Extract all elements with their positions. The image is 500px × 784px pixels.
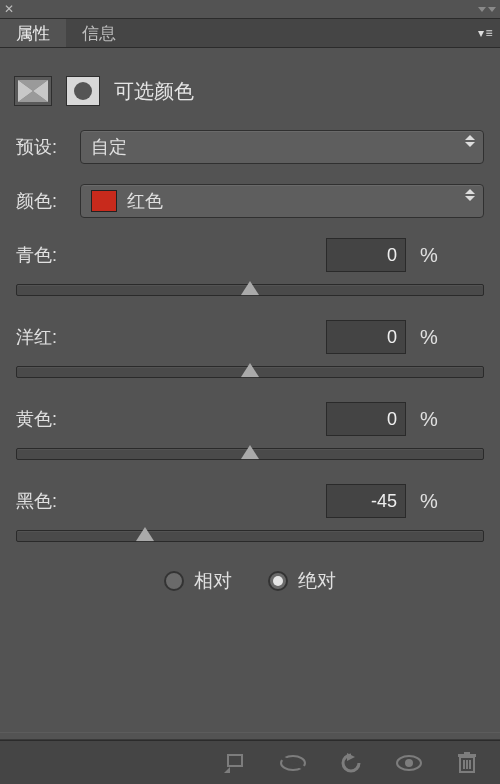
percent-symbol: % bbox=[420, 490, 438, 513]
color-select[interactable]: 红色 bbox=[80, 184, 484, 218]
radio-icon bbox=[164, 571, 184, 591]
percent-symbol: % bbox=[420, 244, 438, 267]
radio-icon bbox=[268, 571, 288, 591]
color-swatch bbox=[91, 190, 117, 212]
tab-info[interactable]: 信息 bbox=[66, 19, 132, 47]
method-absolute-label: 绝对 bbox=[298, 568, 336, 594]
black-label: 黑色: bbox=[16, 489, 326, 513]
adjustment-title: 可选颜色 bbox=[114, 78, 194, 105]
svg-marker-5 bbox=[224, 767, 230, 773]
reset-icon[interactable] bbox=[336, 749, 366, 777]
view-previous-icon[interactable] bbox=[278, 749, 308, 777]
yellow-input[interactable] bbox=[326, 402, 406, 436]
black-input[interactable] bbox=[326, 484, 406, 518]
visibility-icon[interactable] bbox=[394, 749, 424, 777]
method-relative-radio[interactable]: 相对 bbox=[164, 568, 232, 594]
black-slider[interactable] bbox=[16, 530, 484, 542]
percent-symbol: % bbox=[420, 408, 438, 431]
method-absolute-radio[interactable]: 绝对 bbox=[268, 568, 336, 594]
panel-menu-icon[interactable]: ▾≡ bbox=[472, 19, 500, 47]
yellow-label: 黄色: bbox=[16, 407, 326, 431]
trash-icon[interactable] bbox=[452, 749, 482, 777]
preset-select[interactable]: 自定 bbox=[80, 130, 484, 164]
yellow-slider[interactable] bbox=[16, 448, 484, 460]
cyan-slider[interactable] bbox=[16, 284, 484, 296]
magenta-slider[interactable] bbox=[16, 366, 484, 378]
tab-properties[interactable]: 属性 bbox=[0, 19, 66, 47]
magenta-slider-thumb[interactable] bbox=[241, 363, 259, 377]
preset-label: 预设: bbox=[16, 135, 68, 159]
close-icon[interactable]: ✕ bbox=[4, 2, 14, 16]
svg-rect-11 bbox=[458, 754, 476, 757]
black-slider-thumb[interactable] bbox=[136, 527, 154, 541]
cyan-label: 青色: bbox=[16, 243, 326, 267]
magenta-label: 洋红: bbox=[16, 325, 326, 349]
percent-symbol: % bbox=[420, 326, 438, 349]
yellow-slider-thumb[interactable] bbox=[241, 445, 259, 459]
cyan-slider-thumb[interactable] bbox=[241, 281, 259, 295]
method-relative-label: 相对 bbox=[194, 568, 232, 594]
clip-to-layer-icon[interactable] bbox=[220, 749, 250, 777]
cyan-input[interactable] bbox=[326, 238, 406, 272]
selective-color-icon bbox=[14, 76, 52, 106]
collapse-grip-icon[interactable] bbox=[478, 7, 496, 12]
svg-rect-12 bbox=[464, 752, 470, 754]
svg-point-9 bbox=[405, 759, 413, 767]
color-label: 颜色: bbox=[16, 189, 68, 213]
layer-mask-icon[interactable] bbox=[66, 76, 100, 106]
preset-value: 自定 bbox=[91, 135, 127, 159]
magenta-input[interactable] bbox=[326, 320, 406, 354]
color-value: 红色 bbox=[127, 189, 163, 213]
svg-rect-4 bbox=[228, 755, 242, 766]
